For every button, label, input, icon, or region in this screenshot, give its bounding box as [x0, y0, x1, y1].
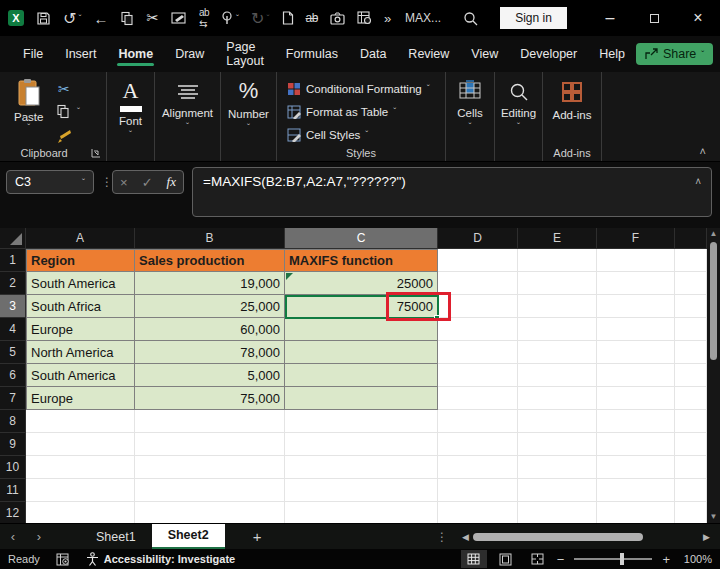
clipboard-dialog-launcher-icon[interactable]	[91, 148, 101, 158]
cell-a7[interactable]: Europe	[26, 387, 135, 410]
cell[interactable]	[518, 249, 597, 272]
sheet-options-icon[interactable]: ⋮	[426, 530, 458, 544]
cell[interactable]	[518, 387, 597, 410]
tab-home[interactable]: Home	[107, 39, 164, 70]
col-header-c[interactable]: C	[285, 228, 438, 249]
sign-in-button[interactable]: Sign in	[500, 7, 567, 29]
row-header-6[interactable]: 6	[0, 364, 26, 387]
cell[interactable]	[518, 479, 597, 502]
cell-c5[interactable]	[285, 341, 438, 364]
cell[interactable]	[597, 433, 675, 456]
cell-b2[interactable]: 19,000	[135, 272, 285, 295]
cell-b1[interactable]: Sales production	[135, 249, 285, 272]
page-break-preview-button[interactable]	[525, 550, 551, 568]
cell[interactable]	[597, 479, 675, 502]
cell[interactable]	[597, 364, 675, 387]
cell-a6[interactable]: South America	[26, 364, 135, 387]
cell-c3[interactable]: 75000	[285, 295, 438, 318]
cell-c6[interactable]	[285, 364, 438, 387]
cell[interactable]	[597, 272, 675, 295]
scroll-down-icon[interactable]: ▼	[710, 511, 718, 523]
cell[interactable]	[597, 249, 675, 272]
qat-overflow[interactable]: »	[384, 11, 391, 26]
cell-a3[interactable]: South Africa	[26, 295, 135, 318]
format-as-table-button[interactable]: Format as Tableˇ	[277, 100, 445, 123]
tab-draw[interactable]: Draw	[164, 39, 215, 70]
row-header-5[interactable]: 5	[0, 341, 26, 364]
cell-b3[interactable]: 25,000	[135, 295, 285, 318]
find-replace-icon[interactable]: ab⇆	[199, 7, 209, 29]
cell[interactable]	[135, 479, 285, 502]
cell[interactable]	[675, 387, 707, 410]
row-header-7[interactable]: 7	[0, 387, 26, 410]
zoom-slider-thumb[interactable]	[620, 553, 624, 565]
cell[interactable]	[285, 410, 438, 433]
col-header-a[interactable]: A	[26, 228, 135, 249]
cell[interactable]	[518, 364, 597, 387]
cell[interactable]	[438, 318, 518, 341]
cell-b7[interactable]: 75,000	[135, 387, 285, 410]
cell[interactable]	[438, 295, 518, 318]
cell[interactable]	[675, 456, 707, 479]
cell[interactable]	[135, 502, 285, 525]
alignment-group[interactable]: Alignment ˇ	[155, 72, 221, 161]
horizontal-scrollbar[interactable]: ◀ ▶	[458, 532, 720, 542]
cell[interactable]	[285, 456, 438, 479]
macro-record-icon[interactable]	[56, 553, 70, 566]
cell[interactable]	[675, 341, 707, 364]
cell[interactable]	[597, 318, 675, 341]
scroll-left-icon[interactable]: ◀	[458, 532, 473, 542]
cell[interactable]	[597, 410, 675, 433]
add-sheet-button[interactable]: +	[253, 528, 262, 545]
cell-a5[interactable]: North America	[26, 341, 135, 364]
zoom-slider[interactable]	[574, 558, 652, 560]
cell[interactable]	[518, 410, 597, 433]
name-box-chevron-icon[interactable]: ˇ	[82, 178, 85, 187]
format-painter-button[interactable]	[56, 128, 72, 144]
cell[interactable]	[26, 433, 135, 456]
cell-c2[interactable]: 25000	[285, 272, 438, 295]
cell[interactable]	[518, 318, 597, 341]
draft-icon[interactable]	[171, 11, 187, 25]
formula-input[interactable]: =MAXIFS(B2:B7,A2:A7,"??????") ˄	[192, 167, 712, 217]
cell[interactable]	[438, 456, 518, 479]
cell[interactable]	[438, 410, 518, 433]
tab-developer[interactable]: Developer	[509, 39, 588, 70]
cell[interactable]	[438, 249, 518, 272]
conditional-formatting-button[interactable]: Conditional Formattingˇ	[277, 77, 445, 100]
tab-view[interactable]: View	[460, 39, 509, 70]
sheet-tab-sheet2[interactable]: Sheet2	[152, 524, 225, 550]
tab-formulas[interactable]: Formulas	[275, 39, 349, 70]
search-icon[interactable]	[463, 11, 478, 26]
row-header-9[interactable]: 9	[0, 433, 26, 456]
maximize-button[interactable]	[632, 0, 676, 36]
cell[interactable]	[135, 456, 285, 479]
cell-b4[interactable]: 60,000	[135, 318, 285, 341]
strikethrough-icon[interactable]: ab	[306, 11, 318, 25]
prev-sheet-icon[interactable]: ‹	[0, 529, 26, 544]
next-sheet-icon[interactable]: ›	[26, 529, 52, 544]
cell[interactable]	[597, 502, 675, 525]
minimize-button[interactable]: –	[588, 0, 632, 36]
cell[interactable]	[438, 387, 518, 410]
insert-function-icon[interactable]: fx	[167, 174, 176, 190]
addins-group[interactable]: Add-ins Add-ins	[543, 72, 602, 161]
cell[interactable]	[26, 410, 135, 433]
cell[interactable]	[285, 502, 438, 525]
new-document-icon[interactable]	[282, 11, 294, 25]
cell[interactable]	[518, 272, 597, 295]
cell[interactable]	[26, 456, 135, 479]
cell-a4[interactable]: Europe	[26, 318, 135, 341]
col-header-e[interactable]: E	[518, 228, 597, 249]
cell[interactable]	[675, 364, 707, 387]
cell[interactable]	[285, 479, 438, 502]
row-header-2[interactable]: 2	[0, 272, 26, 295]
row-header-3[interactable]: 3	[0, 295, 26, 318]
col-header-f[interactable]: F	[597, 228, 675, 249]
back-icon[interactable]: ←	[93, 10, 108, 27]
table-lookup-icon[interactable]	[357, 11, 372, 25]
horizontal-scroll-thumb[interactable]	[473, 533, 643, 541]
redo-icon[interactable]: ↻ˇ	[251, 9, 269, 28]
cell[interactable]	[675, 433, 707, 456]
cell[interactable]	[438, 433, 518, 456]
